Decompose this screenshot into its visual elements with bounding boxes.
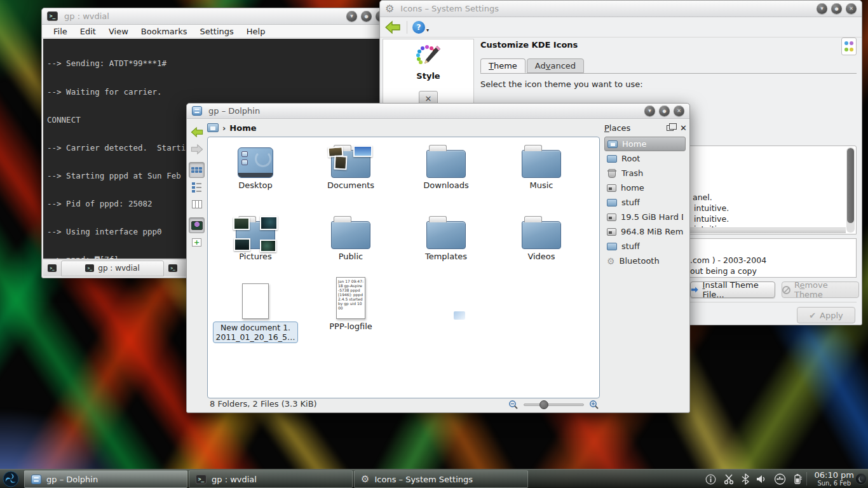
volume-icon[interactable] xyxy=(756,474,767,484)
terminal-icon xyxy=(196,475,207,484)
close-icon[interactable] xyxy=(674,105,684,116)
preview-image-icon xyxy=(191,221,203,230)
places-item-bluetooth[interactable]: Bluetooth xyxy=(604,254,686,268)
file-label: Templates xyxy=(402,252,491,261)
places-item-root[interactable]: Root xyxy=(604,151,686,166)
arrow-right-icon xyxy=(691,286,699,294)
file-item-templates[interactable]: Templates xyxy=(402,212,491,261)
close-panel-icon[interactable] xyxy=(680,123,687,133)
file-item-pictures[interactable]: Pictures xyxy=(211,212,300,261)
terminal-titlebar[interactable]: gp : wvdial xyxy=(42,8,391,25)
file-item-videos[interactable]: Videos xyxy=(497,212,586,261)
tab-theme[interactable]: Theme xyxy=(480,58,526,73)
back-arrow-icon[interactable] xyxy=(384,20,402,34)
terminal-line: --> Waiting for carrier. xyxy=(47,88,386,97)
forward-button[interactable] xyxy=(189,141,205,157)
help-icon[interactable] xyxy=(412,21,425,34)
places-item-stuff-2[interactable]: stuff xyxy=(604,239,686,254)
system-tray xyxy=(705,470,802,488)
places-item-home-partition[interactable]: home xyxy=(604,180,686,195)
zoom-out-icon[interactable] xyxy=(508,400,519,410)
maximize-icon[interactable] xyxy=(831,3,842,14)
file-item-music[interactable]: Music xyxy=(497,141,586,190)
selected-file-label: New document 1. 2011_01_20_16_5… xyxy=(213,322,299,343)
file-item-downloads[interactable]: Downloads xyxy=(402,141,491,190)
checkmark-icon xyxy=(809,311,816,320)
breadcrumb-home[interactable]: Home xyxy=(229,123,256,133)
panel-toolbox-icon[interactable] xyxy=(855,473,867,485)
clipboard-scissors-icon[interactable] xyxy=(723,473,735,485)
taskbar-task-system-settings[interactable]: ⚙ Icons – System Settings xyxy=(354,470,528,488)
places-item-removable[interactable]: 964.8 MiB Remov… xyxy=(604,224,686,239)
tab-advanced[interactable]: Advanced xyxy=(527,58,584,73)
maximize-icon[interactable] xyxy=(659,105,670,116)
home-folder-icon[interactable] xyxy=(207,123,219,132)
menu-file[interactable]: File xyxy=(47,27,74,36)
usb-device-icon[interactable] xyxy=(774,473,786,485)
chevron-right-icon xyxy=(222,123,226,133)
places-item-home[interactable]: Home xyxy=(604,137,686,151)
details-view-button[interactable] xyxy=(189,179,205,195)
desktop-folder-icon xyxy=(238,147,273,178)
minimize-icon[interactable] xyxy=(644,105,655,116)
split-add-icon xyxy=(192,238,201,247)
places-item-hard-drive[interactable]: 19.5 GiB Hard Drive xyxy=(604,210,686,224)
scrollbar-thumb[interactable] xyxy=(847,148,854,223)
zoom-controls xyxy=(508,400,599,410)
forbidden-icon xyxy=(782,286,790,294)
maximize-icon[interactable] xyxy=(361,11,372,22)
digital-clock[interactable]: 06:10 pm Sun, 6 Feb xyxy=(814,470,854,487)
new-tab-button[interactable] xyxy=(44,261,60,276)
columns-view-button[interactable] xyxy=(189,196,205,212)
pictures-folder-icon xyxy=(236,221,275,249)
system-settings-titlebar[interactable]: ⚙ Icons – System Settings xyxy=(380,1,862,17)
places-panel-header: Places xyxy=(604,119,687,136)
info-icon[interactable] xyxy=(705,474,716,485)
taskbar-task-wvdial[interactable]: gp : wvdial xyxy=(189,470,353,488)
vertical-scrollbar[interactable] xyxy=(846,147,855,233)
zoom-slider[interactable] xyxy=(524,403,584,406)
dolphin-statusbar: 8 Folders, 2 Files (3.3 KiB) xyxy=(207,396,687,411)
back-button[interactable] xyxy=(189,124,205,140)
menu-settings[interactable]: Settings xyxy=(193,27,240,36)
install-theme-button[interactable]: Install Theme File... xyxy=(690,281,775,298)
file-item-public[interactable]: Public xyxy=(306,212,395,261)
places-item-trash[interactable]: Trash xyxy=(604,166,686,180)
menu-help[interactable]: Help xyxy=(240,27,272,36)
minimize-icon[interactable] xyxy=(346,11,357,22)
detach-panel-icon[interactable] xyxy=(667,125,674,131)
split-tab-button[interactable] xyxy=(165,261,181,276)
file-label: Pictures xyxy=(211,252,300,261)
close-icon[interactable] xyxy=(846,3,857,14)
file-item-documents[interactable]: Documents xyxy=(306,141,395,190)
menu-view[interactable]: View xyxy=(102,27,135,36)
yellow-dot-icon xyxy=(850,48,853,51)
sidebar-item-style[interactable]: Style xyxy=(383,43,473,81)
battery-icon[interactable] xyxy=(793,473,802,485)
drive-icon xyxy=(607,214,616,221)
details-view-icon xyxy=(192,182,201,193)
file-item-new-document[interactable]: New document 1. 2011_01_20_16_5… xyxy=(211,277,300,343)
zoom-in-icon[interactable] xyxy=(589,400,599,410)
preview-button[interactable] xyxy=(189,217,205,233)
file-item-desktop[interactable]: Desktop xyxy=(211,141,300,190)
file-item-ppp-logfile[interactable]: Jan 17 09:47:18 gp-Aspire-5738 pppd[1946… xyxy=(306,277,395,331)
menu-bookmarks[interactable]: Bookmarks xyxy=(135,27,194,36)
terminal-icon xyxy=(48,264,57,272)
chevron-down-icon[interactable] xyxy=(426,27,429,33)
terminal-tab[interactable]: gp : wvdial xyxy=(61,261,164,276)
minimize-icon[interactable] xyxy=(817,3,827,14)
split-view-button[interactable] xyxy=(189,234,205,250)
file-label: Documents xyxy=(306,180,395,190)
apply-button[interactable]: Apply xyxy=(797,307,855,323)
places-item-stuff[interactable]: stuff xyxy=(604,195,686,210)
dolphin-titlebar[interactable]: gp – Dolphin xyxy=(187,104,689,119)
menu-edit[interactable]: Edit xyxy=(74,27,102,36)
icons-view-button[interactable] xyxy=(189,162,205,178)
file-view[interactable]: Desktop Documents Downloads Music xyxy=(207,137,600,398)
slider-handle[interactable] xyxy=(539,400,548,409)
bluetooth-icon[interactable] xyxy=(742,473,749,485)
app-launcher-icon[interactable] xyxy=(3,471,19,487)
remove-theme-button[interactable]: Remove Theme xyxy=(782,281,859,298)
taskbar-task-dolphin[interactable]: gp – Dolphin xyxy=(24,470,187,488)
